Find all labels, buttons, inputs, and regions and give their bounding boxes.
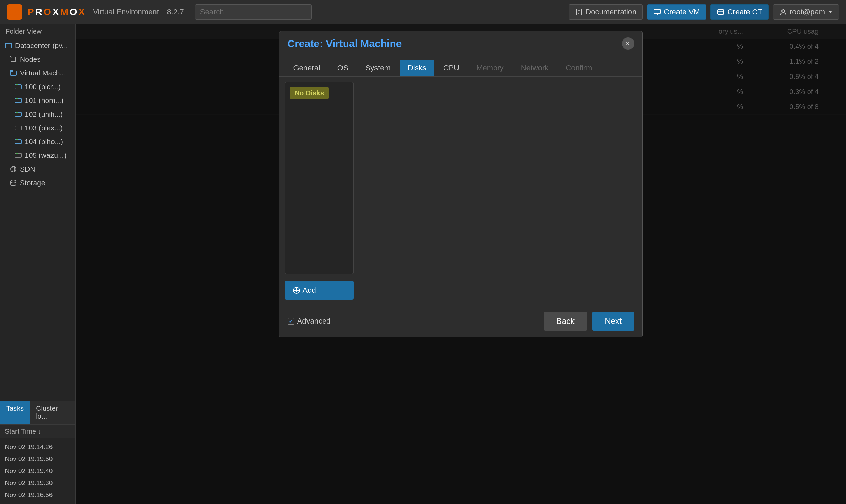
sidebar-label-datacenter: Datacenter (pv... xyxy=(15,42,68,50)
close-icon: × xyxy=(626,39,630,48)
monitor-icon xyxy=(653,8,661,16)
sidebar-item-vm-104[interactable]: 104 (piho...) xyxy=(0,135,75,149)
svg-rect-23 xyxy=(15,112,21,116)
tab-general-label: General xyxy=(293,63,320,72)
tab-tasks-label: Tasks xyxy=(6,405,24,412)
modal-tabs: General OS System Disks CPU Me xyxy=(279,56,642,77)
advanced-label-text: Advanced xyxy=(297,317,331,326)
sidebar-label-vm-105: 105 (wazu...) xyxy=(25,151,66,160)
create-vm-label: Create VM xyxy=(664,8,700,16)
tab-os[interactable]: OS xyxy=(329,60,356,76)
create-vm-modal: Create: Virtual Machine × General OS Sys… xyxy=(279,31,643,337)
vm-103-icon xyxy=(14,125,22,131)
sidebar-item-vm-105[interactable]: 105 (wazu...) xyxy=(0,149,75,162)
svg-rect-29 xyxy=(16,153,18,154)
tab-cluster-log[interactable]: Cluster lo... xyxy=(30,401,75,424)
vm-105-icon xyxy=(14,153,22,158)
log-list: Nov 02 19:14:26 Nov 02 19:19:50 Nov 02 1… xyxy=(0,438,75,504)
tab-memory: Memory xyxy=(468,60,511,76)
book-icon xyxy=(575,8,583,16)
sidebar-item-datacenter[interactable]: Datacenter (pv... xyxy=(0,39,75,52)
folder-view-title[interactable]: Folder View xyxy=(0,24,75,39)
tab-confirm-label: Confirm xyxy=(566,63,592,72)
sidebar-label-vm-102: 102 (unifi...) xyxy=(25,110,63,118)
svg-rect-24 xyxy=(16,112,18,113)
sidebar-item-vm-103[interactable]: 103 (plex...) xyxy=(0,121,75,135)
sidebar-item-sdn[interactable]: SDN xyxy=(0,162,75,176)
tab-cluster-label: Cluster lo... xyxy=(36,405,58,420)
disk-list-panel: No Disks xyxy=(285,82,354,274)
add-disk-button[interactable]: Add xyxy=(285,281,354,300)
tab-disks[interactable]: Disks xyxy=(400,60,434,76)
sidebar-label-vm-103: 103 (plex...) xyxy=(25,124,63,132)
start-time-header: Start Time ↓ xyxy=(5,427,42,435)
svg-point-11 xyxy=(782,10,785,12)
create-vm-button[interactable]: Create VM xyxy=(647,4,706,20)
topbar: P PROXMOX Virtual Environment 8.2.7 Docu… xyxy=(0,0,846,24)
proxmox-logo-icon: P xyxy=(7,4,22,20)
create-ct-button[interactable]: Create CT xyxy=(710,4,768,20)
svg-point-33 xyxy=(11,180,16,183)
sidebar-bottom: Tasks Cluster lo... Start Time ↓ Nov 02 … xyxy=(0,401,75,504)
sidebar-item-nodes[interactable]: Nodes xyxy=(0,52,75,66)
documentation-label: Documentation xyxy=(586,8,636,16)
sidebar-item-vm-102[interactable]: 102 (unifi...) xyxy=(0,107,75,121)
tab-cpu-label: CPU xyxy=(443,63,459,72)
svg-rect-21 xyxy=(15,98,21,103)
sidebar-item-vm-101[interactable]: 101 (hom...) xyxy=(0,94,75,107)
svg-rect-19 xyxy=(15,85,21,89)
tab-cpu[interactable]: CPU xyxy=(436,60,467,76)
user-label: root@pam xyxy=(790,8,825,16)
tab-network-label: Network xyxy=(521,63,549,72)
user-menu[interactable]: root@pam xyxy=(773,4,839,20)
svg-rect-27 xyxy=(16,139,18,140)
svg-rect-6 xyxy=(654,9,660,14)
log-item: Nov 02 19:19:30 xyxy=(0,477,75,489)
modal-close-button[interactable]: × xyxy=(622,37,634,50)
svg-line-16 xyxy=(10,56,11,57)
svg-rect-15 xyxy=(11,57,16,62)
content-area: ory us... CPU usag % 0.4% of 4 % 1.1% of… xyxy=(76,24,846,504)
svg-rect-25 xyxy=(15,126,21,130)
sidebar-label-vm-folder: Virtual Mach... xyxy=(20,69,66,77)
search-input[interactable] xyxy=(195,4,312,20)
advanced-section: Advanced xyxy=(288,317,331,326)
tab-general[interactable]: General xyxy=(286,60,328,76)
main-layout: Folder View Datacenter (pv... Nodes Virt… xyxy=(0,24,846,504)
svg-rect-28 xyxy=(15,153,21,157)
user-icon xyxy=(779,8,787,16)
advanced-checkbox[interactable] xyxy=(288,318,294,325)
svg-rect-22 xyxy=(16,98,18,99)
tab-system[interactable]: System xyxy=(358,60,398,76)
sidebar-item-storage[interactable]: Storage xyxy=(0,176,75,190)
no-disks-badge: No Disks xyxy=(290,87,329,99)
storage-icon xyxy=(10,179,17,187)
tab-network: Network xyxy=(513,60,557,76)
version-number: 8.2.7 xyxy=(167,8,184,16)
documentation-button[interactable]: Documentation xyxy=(569,4,643,20)
plus-icon xyxy=(293,287,300,294)
svg-rect-9 xyxy=(718,10,724,14)
svg-rect-13 xyxy=(5,43,12,48)
log-item: Nov 02 19:19:40 xyxy=(0,465,75,477)
sidebar-label-sdn: SDN xyxy=(20,165,35,173)
next-button[interactable]: Next xyxy=(592,312,634,331)
topbar-actions: Documentation Create VM Create CT root@p… xyxy=(569,4,839,20)
back-button[interactable]: Back xyxy=(544,312,587,331)
bottom-tabs-row: Tasks Cluster lo... xyxy=(0,401,75,425)
svg-rect-20 xyxy=(16,84,18,85)
sidebar-item-vm-100[interactable]: 100 (picr...) xyxy=(0,80,75,94)
create-ct-label: Create CT xyxy=(727,8,762,16)
modal-footer: Advanced Back Next xyxy=(279,305,642,337)
sidebar-item-vm-folder[interactable]: Virtual Mach... xyxy=(0,66,75,80)
chevron-down-icon xyxy=(828,10,833,14)
add-button-label: Add xyxy=(303,286,316,295)
modal-title: Create: Virtual Machine xyxy=(288,38,402,49)
search-box[interactable] xyxy=(195,4,312,20)
svg-text:P: P xyxy=(13,10,16,15)
vm-102-icon xyxy=(14,112,22,117)
tab-tasks[interactable]: Tasks xyxy=(0,401,30,424)
vm-104-icon xyxy=(14,139,22,144)
version-label: Virtual Environment xyxy=(93,8,159,16)
sdn-icon xyxy=(10,165,17,173)
